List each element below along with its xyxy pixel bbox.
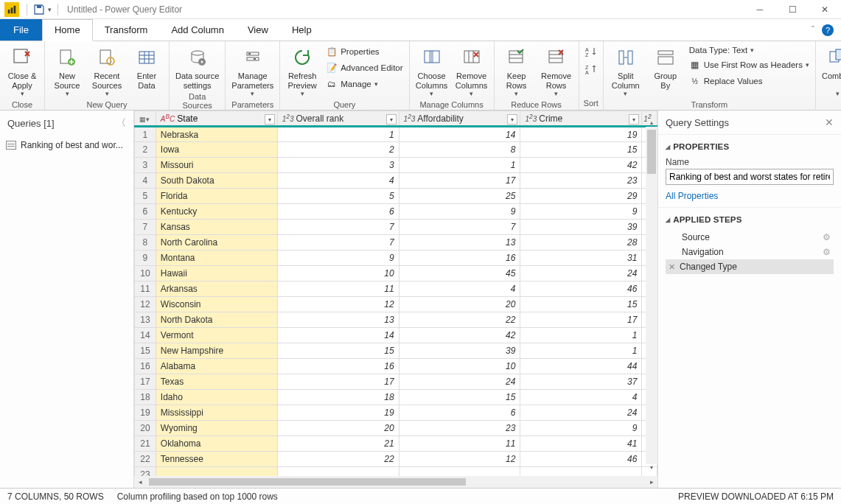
- cell-state[interactable]: Iowa: [156, 142, 277, 158]
- column-header-state[interactable]: ABCState▾: [156, 111, 277, 127]
- cell-crime[interactable]: 15: [520, 297, 642, 312]
- table-row[interactable]: 8 North Carolina 7 13 28: [135, 235, 657, 251]
- cell-state[interactable]: Wisconsin: [156, 297, 277, 312]
- cell-crime[interactable]: 29: [520, 189, 642, 204]
- cell-crime[interactable]: 46: [520, 281, 642, 297]
- cell-overall-rank[interactable]: 17: [277, 374, 399, 390]
- applied-steps-header[interactable]: APPLIED STEPS: [666, 212, 834, 227]
- cell-overall-rank[interactable]: 1: [277, 127, 399, 142]
- cell-state[interactable]: North Carolina: [156, 235, 277, 251]
- first-row-headers-button[interactable]: ▦Use First Row as Headers ▾: [688, 57, 811, 72]
- row-index[interactable]: 11: [135, 281, 156, 297]
- table-row[interactable]: 11 Arkansas 11 4 46: [135, 281, 657, 297]
- row-index[interactable]: 23: [135, 467, 156, 477]
- menu-help[interactable]: Help: [280, 19, 324, 41]
- query-item[interactable]: Ranking of best and wor...: [0, 136, 133, 155]
- cell-crime[interactable]: 17: [520, 312, 642, 328]
- row-index[interactable]: 17: [135, 374, 156, 390]
- cell-crime[interactable]: 1: [520, 343, 642, 359]
- table-row[interactable]: 1 Nebraska 1 14 19: [135, 127, 657, 142]
- cell-crime[interactable]: 1: [520, 328, 642, 343]
- cell-crime[interactable]: 19: [520, 127, 642, 142]
- row-index[interactable]: 10: [135, 266, 156, 281]
- cell-overall-rank[interactable]: 3: [277, 158, 399, 173]
- row-index[interactable]: 14: [135, 328, 156, 343]
- row-index[interactable]: 9: [135, 251, 156, 266]
- cell-state[interactable]: Nebraska: [156, 127, 277, 142]
- cell-affordability[interactable]: 12: [399, 452, 520, 467]
- cell-crime[interactable]: 4: [520, 390, 642, 405]
- cell-state[interactable]: Oklahoma: [156, 436, 277, 452]
- hscroll-thumb[interactable]: [149, 478, 466, 486]
- row-index[interactable]: 5: [135, 189, 156, 204]
- cell-state[interactable]: Missouri: [156, 158, 277, 173]
- remove-rows-button[interactable]: Remove Rows▾: [539, 44, 574, 99]
- row-index[interactable]: 22: [135, 452, 156, 467]
- cell-affordability[interactable]: 16: [399, 251, 520, 266]
- step-changed-type[interactable]: ✕Changed Type: [666, 259, 834, 274]
- cell-affordability[interactable]: 45: [399, 266, 520, 281]
- data-type-button[interactable]: Data Type: Text ▾: [688, 44, 811, 56]
- table-row[interactable]: 9 Montana 9 16 31: [135, 251, 657, 266]
- column-header-crime[interactable]: 123Crime▾: [520, 111, 642, 127]
- scroll-left-icon[interactable]: ◂: [134, 478, 146, 486]
- enter-data-button[interactable]: Enter Data: [129, 44, 164, 91]
- cell-state[interactable]: New Hampshire: [156, 343, 277, 359]
- cell-crime[interactable]: 39: [520, 220, 642, 235]
- cell-crime[interactable]: 9: [520, 421, 642, 436]
- cell-state[interactable]: Tennessee: [156, 452, 277, 467]
- column-header-overall-rank[interactable]: 123Overall rank▾: [277, 111, 399, 127]
- cell-crime[interactable]: 9: [520, 204, 642, 220]
- cell-crime[interactable]: 24: [520, 266, 642, 281]
- cell-affordability[interactable]: 17: [399, 173, 520, 189]
- cell-overall-rank[interactable]: 15: [277, 343, 399, 359]
- horizontal-scrollbar[interactable]: ◂ ▸: [134, 476, 657, 488]
- cell-crime[interactable]: 42: [520, 158, 642, 173]
- table-row[interactable]: 15 New Hampshire 15 39 1: [135, 343, 657, 359]
- cell-state[interactable]: Kansas: [156, 220, 277, 235]
- cell-state[interactable]: Kentucky: [156, 204, 277, 220]
- cell-state[interactable]: South Dakota: [156, 173, 277, 189]
- cell-overall-rank[interactable]: 4: [277, 173, 399, 189]
- step-navigation[interactable]: Navigation⚙: [666, 245, 834, 259]
- table-row[interactable]: 14 Vermont 14 42 1: [135, 328, 657, 343]
- cell-overall-rank[interactable]: 7: [277, 235, 399, 251]
- menu-transform[interactable]: Transform: [93, 19, 160, 41]
- cell-crime[interactable]: 46: [520, 452, 642, 467]
- table-row[interactable]: 3 Missouri 3 1 42: [135, 158, 657, 173]
- delete-step-icon[interactable]: ✕: [669, 262, 675, 272]
- menu-view[interactable]: View: [236, 19, 280, 41]
- recent-sources-button[interactable]: Recent Sources▾: [89, 44, 125, 99]
- table-row[interactable]: 18 Idaho 18 15 4: [135, 390, 657, 405]
- cell-overall-rank[interactable]: 5: [277, 189, 399, 204]
- data-source-settings-button[interactable]: Data source settings: [174, 44, 220, 91]
- help-icon[interactable]: ?: [822, 24, 834, 36]
- cell-overall-rank[interactable]: 14: [277, 328, 399, 343]
- manage-query-button[interactable]: 🗂Manage ▾: [324, 77, 404, 91]
- row-index[interactable]: 6: [135, 204, 156, 220]
- table-row[interactable]: 7 Kansas 7 7 39: [135, 220, 657, 235]
- gear-icon[interactable]: ⚙: [823, 232, 831, 242]
- row-index[interactable]: 16: [135, 359, 156, 374]
- gear-icon[interactable]: ⚙: [823, 247, 831, 257]
- step-source[interactable]: Source⚙: [666, 230, 834, 245]
- cell-overall-rank[interactable]: 6: [277, 204, 399, 220]
- cell-crime[interactable]: 24: [520, 405, 642, 421]
- row-index[interactable]: 7: [135, 220, 156, 235]
- column-filter-icon[interactable]: ▾: [265, 114, 275, 125]
- split-column-button[interactable]: Split Column▾: [608, 44, 643, 99]
- cell-affordability[interactable]: 4: [399, 281, 520, 297]
- cell-state[interactable]: North Dakota: [156, 312, 277, 328]
- cell-state[interactable]: Idaho: [156, 390, 277, 405]
- table-row[interactable]: 16 Alabama 16 10 44: [135, 359, 657, 374]
- cell-state[interactable]: Texas: [156, 374, 277, 390]
- cell-state[interactable]: Vermont: [156, 328, 277, 343]
- scroll-down-icon[interactable]: ▾: [646, 464, 657, 472]
- choose-columns-button[interactable]: Choose Columns▾: [414, 44, 450, 99]
- row-index[interactable]: 12: [135, 297, 156, 312]
- new-source-button[interactable]: New Source▾: [49, 44, 85, 99]
- keep-rows-button[interactable]: Keep Rows▾: [499, 44, 534, 99]
- menu-add-column[interactable]: Add Column: [159, 19, 236, 41]
- table-row[interactable]: 10 Hawaii 10 45 24: [135, 266, 657, 281]
- table-row[interactable]: 20 Wyoming 20 23 9: [135, 421, 657, 436]
